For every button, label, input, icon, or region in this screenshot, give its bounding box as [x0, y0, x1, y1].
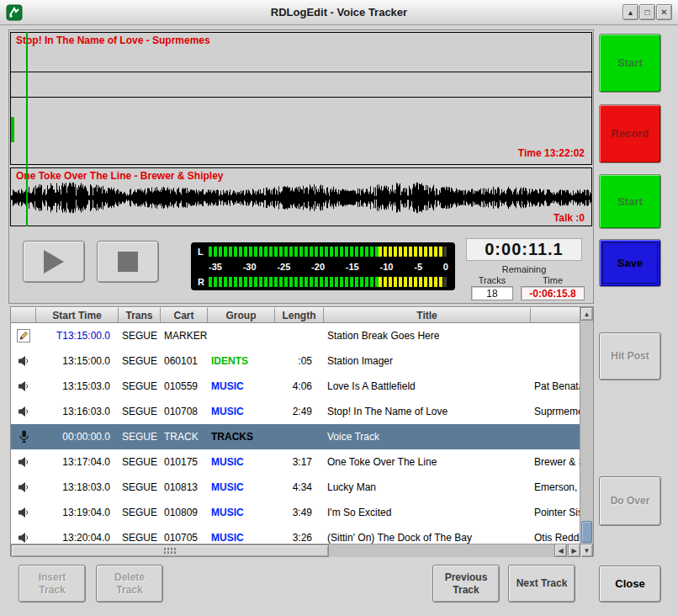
table-row[interactable]: T13:15:00.0SEGUEMARKERStation Break Goes…: [11, 323, 581, 348]
cell-length: 3:17: [275, 449, 324, 475]
cell-trans: SEGUE: [119, 374, 161, 399]
cell-cart: 010175: [161, 449, 208, 475]
cell-trans: SEGUE: [119, 399, 161, 424]
hit-post-button[interactable]: Hit Post: [599, 332, 661, 380]
scroll-up-icon[interactable]: ▲: [580, 307, 593, 321]
cell-group: MUSIC: [208, 449, 275, 475]
track2-talk-label: Talk :0: [554, 212, 585, 224]
column-header-start[interactable]: Start Time: [36, 307, 119, 323]
cell-cart: 010705: [161, 525, 208, 544]
previous-track-button[interactable]: Previous Track: [432, 565, 500, 603]
meter-scale-tick: 0: [443, 262, 448, 272]
table-row[interactable]: 13:19:04.0SEGUE010809MUSIC3:49I'm So Exc…: [11, 500, 581, 525]
cell-trans: SEGUE: [119, 449, 161, 475]
speaker-icon: [11, 500, 36, 525]
scroll-right-icon[interactable]: ▶: [568, 544, 580, 557]
log-event-list: Start Time Trans Cart Group Length Title…: [10, 306, 594, 556]
meter-scale-tick: -10: [380, 262, 394, 272]
time-label: Time: [522, 275, 583, 285]
cell-cart: MARKER: [161, 323, 208, 348]
speaker-icon: [11, 399, 36, 424]
table-row[interactable]: 13:18:03.0SEGUE010813MUSIC4:34Lucky ManE…: [11, 475, 581, 500]
column-header-icon[interactable]: [11, 307, 36, 323]
horizontal-scroll-thumb[interactable]: [11, 544, 329, 557]
column-header-trans[interactable]: Trans: [119, 307, 161, 323]
column-header-length[interactable]: Length: [275, 307, 324, 323]
cell-length: 4:06: [275, 374, 324, 399]
table-row[interactable]: 13:15:00.0SEGUE060101IDENTS:05Station Im…: [11, 348, 581, 374]
table-row[interactable]: 13:17:04.0SEGUE010175MUSIC3:17One Toke O…: [11, 449, 581, 475]
titlebar: RDLogEdit - Voice Tracker ▴ □ ✕: [0, 0, 678, 25]
table-row[interactable]: 13:15:03.0SEGUE010559MUSIC4:06Love Is A …: [11, 374, 581, 399]
column-header-artist[interactable]: [531, 307, 581, 323]
cell-cart: TRACK: [161, 424, 208, 449]
insert-track-button[interactable]: Insert Track: [19, 565, 86, 603]
waveform-panel-2[interactable]: One Toke Over The Line - Brewer & Shiple…: [10, 167, 592, 226]
cell-title: Station Break Goes Here: [324, 323, 531, 348]
play-button[interactable]: [23, 241, 85, 283]
cell-artist: Suprmemes: [531, 399, 581, 424]
maximize-icon[interactable]: □: [639, 4, 655, 20]
cell-length: 2:49: [275, 399, 324, 424]
speaker-icon: [11, 449, 36, 475]
cell-start-time: T13:15:00.0: [36, 323, 119, 348]
log-rows: T13:15:00.0SEGUEMARKERStation Break Goes…: [11, 323, 581, 544]
column-header-group[interactable]: Group: [208, 307, 275, 323]
note-icon: [11, 323, 36, 348]
play-icon: [44, 250, 64, 273]
cell-title: Stop! In The Name of Love: [324, 399, 531, 424]
vertical-scrollbar[interactable]: ▲ ▼: [580, 307, 593, 557]
cell-group: MUSIC: [208, 500, 275, 525]
stop-icon: [118, 252, 138, 272]
cell-group: MUSIC: [208, 475, 275, 500]
track1-time-label: Time 13:22:02: [518, 147, 585, 159]
start-track1-button[interactable]: Start: [599, 34, 661, 93]
waveform-panel-1[interactable]: Stop! In The Name of Love - Suprmemes Ti…: [10, 32, 592, 165]
cell-start-time: 13:18:03.0: [36, 475, 119, 500]
start-track2-button[interactable]: Start: [599, 174, 661, 229]
track-divider: [11, 72, 591, 72]
track2-title: One Toke Over The Line - Brewer & Shiple…: [16, 170, 224, 182]
cell-group: IDENTS: [208, 348, 275, 374]
meter-scale-tick: -35: [209, 262, 222, 272]
table-row[interactable]: 13:16:03.0SEGUE010708MUSIC2:49Stop! In T…: [11, 399, 581, 424]
vertical-scroll-thumb[interactable]: [581, 521, 592, 543]
table-row[interactable]: 13:20:04.0SEGUE010705MUSIC3:26(Sittin' O…: [11, 525, 581, 544]
elapsed-time-display: 0:00:11.1: [466, 238, 582, 261]
horizontal-scrollbar[interactable]: ◀ ▶: [11, 544, 581, 557]
meter-left-label: L: [198, 247, 209, 257]
scroll-left-icon[interactable]: ◀: [554, 544, 567, 557]
cell-start-time: 13:16:03.0: [36, 399, 119, 424]
table-row[interactable]: 00:00:00.0SEGUETRACKTRACKSVoice Track: [11, 424, 581, 449]
meter-scale-tick: -30: [243, 262, 257, 272]
cell-artist: Brewer & Shipley: [531, 449, 581, 475]
speaker-icon: [11, 475, 36, 500]
scroll-down-icon[interactable]: ▼: [580, 544, 593, 557]
cell-length: 4:34: [275, 475, 324, 500]
stop-button[interactable]: [97, 241, 159, 283]
cell-trans: SEGUE: [119, 348, 161, 374]
tracks-label: Tracks: [466, 275, 518, 285]
column-header-cart[interactable]: Cart: [161, 307, 208, 323]
cell-start-time: 13:19:04.0: [36, 500, 119, 525]
cell-cart: 010559: [161, 374, 208, 399]
cell-artist: Pat Benatar: [531, 374, 581, 399]
close-button[interactable]: Close: [599, 566, 661, 603]
do-over-button[interactable]: Do Over: [599, 476, 661, 526]
waveform[interactable]: [11, 181, 591, 215]
column-header-title[interactable]: Title: [324, 307, 531, 323]
shade-icon[interactable]: ▴: [622, 4, 638, 20]
cell-title: Lucky Man: [324, 475, 531, 500]
close-icon[interactable]: ✕: [656, 4, 672, 20]
tracks-remaining-value: 18: [471, 286, 513, 300]
save-button[interactable]: Save: [599, 239, 661, 287]
next-track-button[interactable]: Next Track: [508, 565, 575, 603]
record-start-marker: [11, 117, 14, 142]
meter-right-label: R: [198, 277, 209, 287]
cell-length: 3:26: [275, 525, 324, 544]
record-button[interactable]: Record: [599, 104, 661, 163]
delete-track-button[interactable]: Delete Track: [96, 565, 163, 603]
cell-trans: SEGUE: [119, 475, 161, 500]
playhead-cursor[interactable]: [26, 32, 28, 226]
meter-left-bar: [209, 247, 448, 257]
